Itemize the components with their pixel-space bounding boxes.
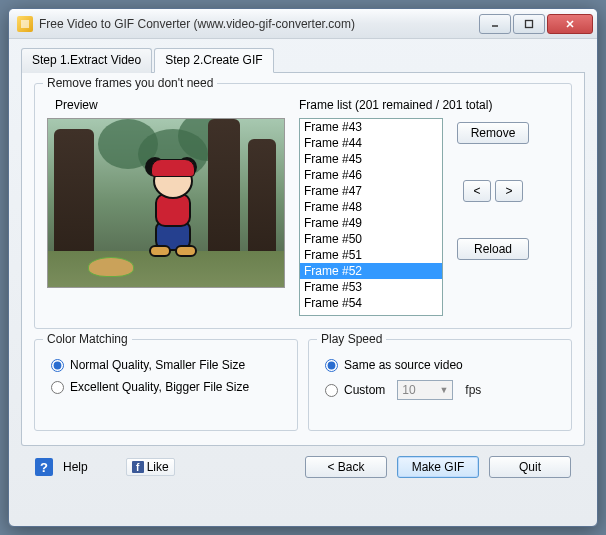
radio-same-input[interactable] (325, 359, 338, 372)
help-label[interactable]: Help (63, 460, 88, 474)
radio-custom-label: Custom (344, 383, 385, 397)
close-button[interactable] (547, 14, 593, 34)
preview-image (47, 118, 285, 288)
preview-label: Preview (55, 98, 287, 112)
prev-frame-button[interactable]: < (463, 180, 491, 202)
tab-panel: Remove frames you don't need Preview (21, 73, 585, 446)
frame-item[interactable]: Frame #48 (300, 199, 442, 215)
frame-item[interactable]: Frame #50 (300, 231, 442, 247)
group-color-matching: Color Matching Normal Quality, Smaller F… (34, 339, 298, 431)
fb-like-label: Like (147, 460, 169, 474)
radio-normal-label: Normal Quality, Smaller File Size (70, 358, 245, 372)
legend-color-matching: Color Matching (43, 332, 132, 346)
radio-normal-quality[interactable]: Normal Quality, Smaller File Size (51, 358, 281, 372)
app-window: Free Video to GIF Converter (www.video-g… (8, 8, 598, 527)
frame-item[interactable]: Frame #45 (300, 151, 442, 167)
radio-excellent-label: Excellent Quality, Bigger File Size (70, 380, 249, 394)
frame-item[interactable]: Frame #51 (300, 247, 442, 263)
radio-same-speed[interactable]: Same as source video (325, 358, 555, 372)
remove-button[interactable]: Remove (457, 122, 529, 144)
svg-line-4 (567, 21, 573, 27)
fps-unit: fps (465, 383, 481, 397)
legend-play-speed: Play Speed (317, 332, 386, 346)
group-remove-frames: Remove frames you don't need Preview (34, 83, 572, 329)
minimize-button[interactable] (479, 14, 511, 34)
fps-value: 10 (402, 383, 415, 397)
svg-rect-2 (526, 20, 533, 27)
svg-line-3 (567, 21, 573, 27)
frame-listbox[interactable]: Frame #43Frame #44Frame #45Frame #46Fram… (299, 118, 443, 316)
window-controls (477, 14, 593, 34)
help-icon[interactable]: ? (35, 458, 53, 476)
legend-remove-frames: Remove frames you don't need (43, 76, 217, 90)
frame-item[interactable]: Frame #44 (300, 135, 442, 151)
preview-column: Preview (47, 94, 287, 316)
chevron-down-icon: ▼ (439, 385, 448, 395)
quit-button[interactable]: Quit (489, 456, 571, 478)
maximize-button[interactable] (513, 14, 545, 34)
framelist-column: Frame list (201 remained / 201 total) Fr… (299, 94, 559, 316)
client-area: Step 1.Extract Video Step 2.Create GIF R… (9, 39, 597, 488)
facebook-icon: f (132, 461, 144, 473)
app-icon (17, 16, 33, 32)
radio-normal-input[interactable] (51, 359, 64, 372)
make-gif-button[interactable]: Make GIF (397, 456, 479, 478)
frame-item[interactable]: Frame #47 (300, 183, 442, 199)
radio-excellent-input[interactable] (51, 381, 64, 394)
tab-step2[interactable]: Step 2.Create GIF (154, 48, 273, 73)
frame-item[interactable]: Frame #53 (300, 279, 442, 295)
frame-item[interactable]: Frame #52 (300, 263, 442, 279)
frame-nav: < > (463, 180, 523, 202)
window-title: Free Video to GIF Converter (www.video-g… (39, 17, 477, 31)
reload-button[interactable]: Reload (457, 238, 529, 260)
frame-item[interactable]: Frame #43 (300, 119, 442, 135)
group-play-speed: Play Speed Same as source video Custom 1… (308, 339, 572, 431)
radio-same-label: Same as source video (344, 358, 463, 372)
next-frame-button[interactable]: > (495, 180, 523, 202)
svg-rect-0 (21, 20, 29, 28)
frame-item[interactable]: Frame #49 (300, 215, 442, 231)
fps-combo[interactable]: 10 ▼ (397, 380, 453, 400)
framelist-label: Frame list (201 remained / 201 total) (299, 98, 559, 112)
tab-step1[interactable]: Step 1.Extract Video (21, 48, 152, 73)
tab-bar: Step 1.Extract Video Step 2.Create GIF (21, 47, 585, 73)
fb-like-button[interactable]: f Like (126, 458, 175, 476)
radio-custom-input[interactable] (325, 384, 338, 397)
radio-custom-speed[interactable]: Custom 10 ▼ fps (325, 380, 555, 400)
back-button[interactable]: < Back (305, 456, 387, 478)
frame-item[interactable]: Frame #46 (300, 167, 442, 183)
titlebar: Free Video to GIF Converter (www.video-g… (9, 9, 597, 39)
bottom-bar: ? Help f Like < Back Make GIF Quit (21, 446, 585, 478)
radio-excellent-quality[interactable]: Excellent Quality, Bigger File Size (51, 380, 281, 394)
frame-item[interactable]: Frame #54 (300, 295, 442, 311)
frame-side-buttons: Remove < > Reload (453, 118, 533, 316)
